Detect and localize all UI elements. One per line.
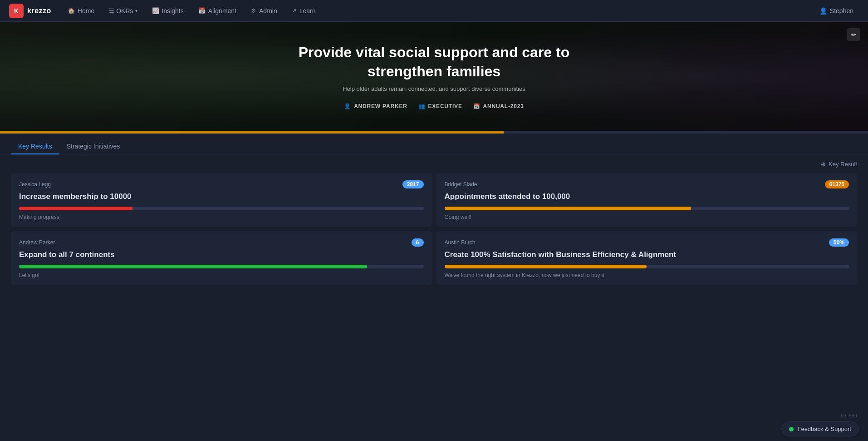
kr-note: Going well! [445,214,849,220]
edit-hero-button[interactable]: ✏ [847,28,860,41]
key-result-card[interactable]: Andrew Parker 6 Expand to all 7 continen… [11,231,432,285]
kr-card-header: Jessica Legg 2817 [19,180,424,188]
calendar-icon: 📅 [473,103,481,109]
team-icon: 👥 [418,103,426,109]
kr-badge: 6 [412,238,424,247]
kr-owner: Bridget Slade [445,181,477,188]
nav-home[interactable]: 🏠 Home [62,5,100,17]
logo-icon: K [9,4,24,18]
kr-owner: Andrew Parker [19,239,55,246]
kr-note: We've found the right system in Krezzo, … [445,272,849,278]
hero-content: Provide vital social support and care to… [275,43,593,109]
kr-card-header: Bridget Slade 61375 [445,180,849,188]
kr-note: Let's go! [19,272,424,278]
nav-insights[interactable]: 📈 Insights [147,5,189,17]
kr-progress-bar [19,207,424,210]
kr-title: Create 100% Satisfaction with Business E… [445,250,849,259]
nav-alignment[interactable]: 📅 Alignment [193,5,242,17]
okrs-icon: ☰ [109,7,114,14]
hero-period[interactable]: 📅 ANNUAL-2023 [473,103,524,109]
kr-progress-bar [445,207,849,210]
kr-owner: Jessica Legg [19,181,51,188]
hero-title: Provide vital social support and care to… [275,43,593,81]
person-icon: 👤 [344,103,351,109]
key-results-grid: Jessica Legg 2817 Increase membership to… [0,171,868,296]
status-dot [789,427,794,431]
kr-progress-bar [445,265,849,268]
kr-progress-bar [19,265,424,268]
toolbar: ⊕ Key Result [0,154,868,171]
logo-text: krezzo [27,7,51,15]
insights-icon: 📈 [152,7,159,14]
user-menu[interactable]: 👤 Stephen [814,5,859,17]
kr-card-header: Austin Burch 50% [445,238,849,247]
object-id: ID: 689 [841,413,857,418]
hero-team[interactable]: 👥 EXECUTIVE [418,103,462,109]
user-icon: 👤 [819,7,827,15]
admin-icon: ⚙ [251,7,256,14]
alignment-icon: 📅 [198,7,206,14]
tab-strategic-initiatives[interactable]: Strategic Initiatives [59,139,128,154]
key-result-card[interactable]: Jessica Legg 2817 Increase membership to… [11,173,432,227]
feedback-button[interactable]: Feedback & Support [781,421,859,436]
kr-title: Appointments attended to 100,000 [445,192,849,201]
navbar-right: 👤 Stephen [814,5,859,17]
chevron-down-icon: ▾ [135,8,137,13]
page-footer: Feedback & Support [0,417,868,441]
edit-icon: ✏ [851,31,856,38]
navbar: K krezzo 🏠 Home ☰ OKRs ▾ 📈 Insights 📅 Al… [0,0,868,22]
add-icon: ⊕ [821,161,826,168]
kr-progress-fill [19,265,367,268]
key-result-card[interactable]: Austin Burch 50% Create 100% Satisfactio… [436,231,858,285]
key-result-card[interactable]: Bridget Slade 61375 Appointments attende… [436,173,858,227]
add-key-result-button[interactable]: ⊕ Key Result [821,161,857,168]
kr-progress-fill [19,207,132,210]
learn-icon: ↗ [292,7,297,14]
kr-badge: 50% [829,238,849,247]
kr-badge: 2817 [402,180,424,188]
nav-learn[interactable]: ↗ Learn [286,5,321,17]
nav-admin[interactable]: ⚙ Admin [245,5,283,17]
home-icon: 🏠 [68,7,75,14]
tab-key-results[interactable]: Key Results [11,139,59,154]
kr-progress-fill [445,265,647,268]
tabs-row: Key Results Strategic Initiatives [0,134,868,154]
nav-okrs[interactable]: ☰ OKRs ▾ [103,5,142,17]
kr-owner: Austin Burch [445,239,476,246]
hero-owner[interactable]: 👤 ANDREW PARKER [344,103,407,109]
kr-badge: 61375 [825,180,849,188]
kr-title: Increase membership to 10000 [19,192,424,201]
kr-progress-fill [445,207,691,210]
kr-title: Expand to all 7 continents [19,250,424,259]
hero-section: ✏ Provide vital social support and care … [0,22,868,131]
hero-meta: 👤 ANDREW PARKER 👥 EXECUTIVE 📅 ANNUAL-202… [275,103,593,109]
kr-card-header: Andrew Parker 6 [19,238,424,247]
kr-note: Making progress! [19,214,424,220]
hero-subtitle: Help older adults remain connected, and … [275,85,593,92]
logo[interactable]: K krezzo [9,4,51,18]
